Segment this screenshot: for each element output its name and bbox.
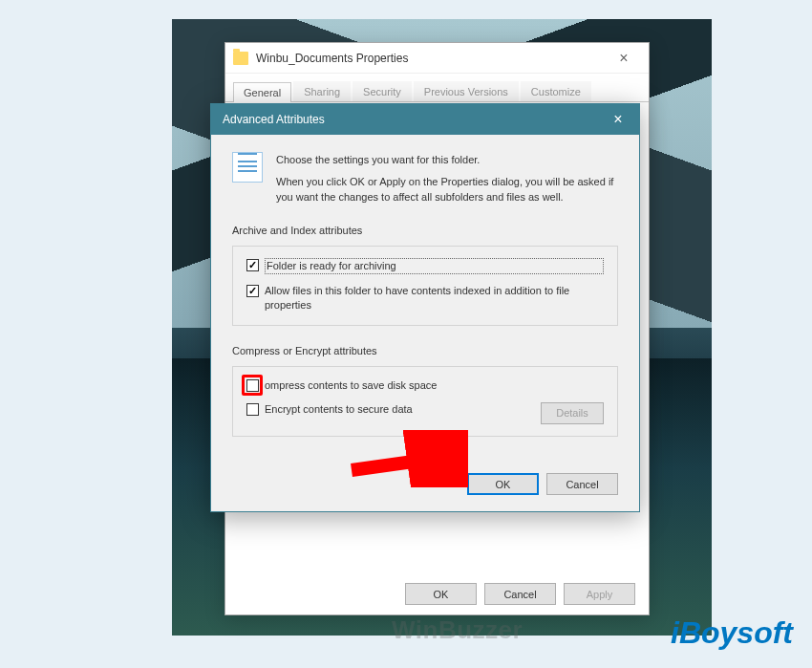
properties-title: Winbu_Documents Properties — [256, 52, 607, 65]
iboysoft-watermark: iBoysoft — [671, 615, 793, 651]
compress-group-label: Compress or Encrypt attributes — [232, 345, 618, 356]
properties-ok-button[interactable]: OK — [405, 583, 477, 605]
close-icon[interactable]: × — [601, 106, 635, 133]
archive-ready-label[interactable]: Folder is ready for archiving — [265, 258, 604, 274]
advanced-cancel-button[interactable]: Cancel — [546, 473, 618, 495]
tab-previous-versions[interactable]: Previous Versions — [414, 81, 519, 101]
winbuzzer-watermark: WinBuzzer — [392, 615, 523, 645]
tab-customize[interactable]: Customize — [521, 81, 591, 101]
intro-line-2: When you click OK or Apply on the Proper… — [276, 174, 618, 205]
properties-tabs: General Sharing Security Previous Versio… — [225, 74, 649, 102]
archive-group-label: Archive and Index attributes — [232, 225, 618, 236]
archive-group-box: Folder is ready for archiving Allow file… — [232, 246, 618, 326]
advanced-buttons: OK Cancel — [211, 473, 639, 508]
compress-checkbox[interactable] — [246, 379, 259, 392]
details-button[interactable]: Details — [541, 402, 604, 424]
properties-apply-button[interactable]: Apply — [564, 583, 635, 605]
index-files-label[interactable]: Allow files in this folder to have conte… — [265, 284, 604, 313]
advanced-attributes-dialog: Advanced Attributes × Choose the setting… — [210, 103, 640, 512]
index-files-checkbox[interactable] — [246, 285, 259, 297]
document-icon — [232, 152, 263, 183]
tab-security[interactable]: Security — [353, 81, 412, 101]
close-icon[interactable]: × — [607, 45, 641, 72]
tab-general[interactable]: General — [233, 82, 291, 102]
advanced-title: Advanced Attributes — [223, 113, 601, 126]
intro-line-1: Choose the settings you want for this fo… — [276, 152, 618, 168]
tab-sharing[interactable]: Sharing — [293, 81, 351, 101]
advanced-titlebar[interactable]: Advanced Attributes × — [211, 104, 639, 135]
compress-group-box: ompress contents to save disk space Encr… — [232, 366, 618, 437]
intro-block: Choose the settings you want for this fo… — [232, 152, 618, 205]
properties-titlebar[interactable]: Winbu_Documents Properties × — [225, 43, 649, 74]
archive-ready-checkbox[interactable] — [246, 259, 259, 271]
properties-buttons: OK Cancel Apply — [405, 583, 635, 605]
properties-cancel-button[interactable]: Cancel — [484, 583, 556, 605]
advanced-ok-button[interactable]: OK — [467, 473, 539, 495]
folder-icon — [233, 52, 248, 65]
encrypt-label[interactable]: Encrypt contents to secure data — [265, 402, 516, 417]
encrypt-checkbox[interactable] — [246, 403, 259, 416]
compress-label[interactable]: ompress contents to save disk space — [265, 378, 604, 393]
